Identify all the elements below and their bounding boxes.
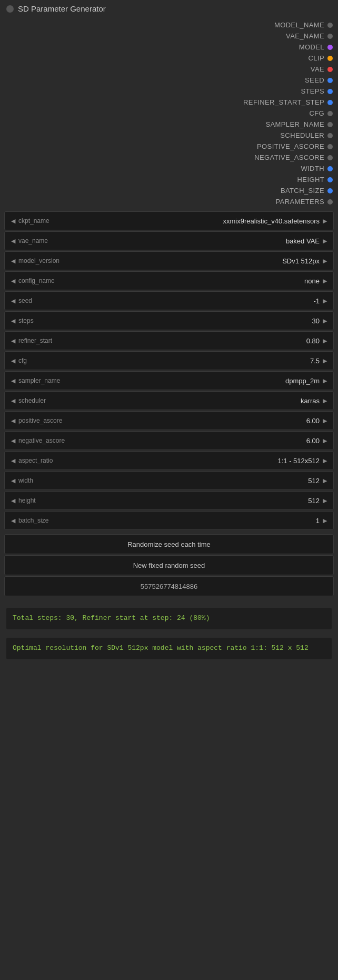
left-arrow-button[interactable]: ◀	[8, 395, 18, 406]
output-label: BATCH_SIZE	[281, 187, 324, 195]
randomize-seed-button[interactable]: Randomize seed each time	[4, 534, 334, 554]
control-row: ◀ckpt_namexxmix9realistic_v40.safetensor…	[4, 211, 334, 230]
output-label: MODEL	[299, 43, 324, 51]
right-arrow-button[interactable]: ▶	[320, 395, 330, 406]
left-arrow-button[interactable]: ◀	[8, 415, 18, 426]
right-arrow-button[interactable]: ▶	[320, 415, 330, 426]
left-arrow-button[interactable]: ◀	[8, 455, 18, 466]
output-connector-dot	[327, 144, 333, 149]
total-steps-info: Total steps: 30, Refiner start at step: …	[6, 608, 332, 629]
control-row: ◀refiner_start0.80▶	[4, 331, 334, 350]
param-value-label: -1	[82, 297, 320, 305]
param-name-label: seed	[18, 297, 82, 304]
left-arrow-button[interactable]: ◀	[8, 275, 18, 287]
output-connector-dot	[327, 78, 333, 83]
output-label: SCHEDULER	[280, 131, 324, 139]
left-arrow-button[interactable]: ◀	[8, 435, 18, 446]
param-name-label: aspect_ratio	[18, 457, 82, 464]
right-arrow-button[interactable]: ▶	[320, 335, 330, 346]
right-arrow-button[interactable]: ▶	[320, 236, 330, 247]
param-value-label: none	[82, 277, 320, 285]
app-title: SD Parameter Generator	[18, 4, 106, 13]
control-row: ◀vae_namebaked VAE▶	[4, 231, 334, 250]
optimal-resolution-info: Optimal resolution for SDv1 512px model …	[6, 638, 332, 659]
param-value-label: 6.00	[82, 437, 320, 445]
control-row: ◀batch_size1▶	[4, 511, 334, 530]
param-value-label: 7.5	[82, 357, 320, 365]
output-label: VAE_NAME	[286, 32, 324, 40]
param-value-label: 6.00	[82, 417, 320, 425]
param-value-label: 1	[82, 517, 320, 525]
control-row: ◀steps30▶	[4, 311, 334, 330]
right-arrow-button[interactable]: ▶	[320, 435, 330, 446]
right-arrow-button[interactable]: ▶	[320, 375, 330, 386]
left-arrow-button[interactable]: ◀	[8, 375, 18, 386]
output-label: CFG	[309, 109, 324, 117]
output-row: SAMPLER_NAME	[0, 119, 338, 130]
left-arrow-button[interactable]: ◀	[8, 236, 18, 247]
param-value-label: 1:1 - 512x512	[82, 457, 320, 465]
param-name-label: positive_ascore	[18, 417, 82, 424]
left-arrow-button[interactable]: ◀	[8, 495, 18, 506]
right-arrow-button[interactable]: ▶	[320, 355, 330, 366]
output-row: STEPS	[0, 86, 338, 97]
left-arrow-button[interactable]: ◀	[8, 256, 18, 267]
right-arrow-button[interactable]: ▶	[320, 475, 330, 486]
output-row: NEGATIVE_ASCORE	[0, 152, 338, 163]
left-arrow-button[interactable]: ◀	[8, 355, 18, 366]
right-arrow-button[interactable]: ▶	[320, 275, 330, 287]
output-row: MODEL_NAME	[0, 19, 338, 30]
info-section: Total steps: 30, Refiner start at step: …	[0, 603, 338, 669]
right-arrow-button[interactable]: ▶	[320, 455, 330, 466]
output-connector-dot	[327, 188, 333, 193]
output-row: PARAMETERS	[0, 196, 338, 207]
param-value-label: xxmix9realistic_v40.safetensors	[82, 217, 320, 225]
output-label: HEIGHT	[297, 176, 324, 183]
right-arrow-button[interactable]: ▶	[320, 515, 330, 526]
left-arrow-button[interactable]: ◀	[8, 295, 18, 307]
param-name-label: negative_ascore	[18, 437, 82, 444]
output-connector-dot	[327, 177, 333, 182]
output-row: POSITIVE_ASCORE	[0, 141, 338, 152]
right-arrow-button[interactable]: ▶	[320, 256, 330, 267]
param-value-label: karras	[82, 397, 320, 405]
param-name-label: refiner_start	[18, 337, 82, 344]
control-row: ◀positive_ascore6.00▶	[4, 411, 334, 430]
param-name-label: scheduler	[18, 397, 82, 404]
param-value-label: 512	[82, 497, 320, 505]
left-arrow-button[interactable]: ◀	[8, 475, 18, 486]
right-arrow-button[interactable]: ▶	[320, 216, 330, 227]
param-value-label: baked VAE	[82, 237, 320, 245]
title-bar: SD Parameter Generator	[0, 0, 338, 17]
control-row: ◀negative_ascore6.00▶	[4, 431, 334, 450]
outputs-section: MODEL_NAMEVAE_NAMEMODELCLIPVAESEEDSTEPSR…	[0, 17, 338, 209]
output-connector-dot	[327, 89, 333, 94]
output-row: WIDTH	[0, 163, 338, 174]
right-arrow-button[interactable]: ▶	[320, 315, 330, 326]
left-arrow-button[interactable]: ◀	[8, 216, 18, 227]
output-label: VAE	[311, 65, 324, 73]
param-name-label: batch_size	[18, 517, 82, 524]
new-fixed-seed-button[interactable]: New fixed random seed	[4, 555, 334, 575]
output-connector-dot	[327, 155, 333, 160]
param-value-label: 30	[82, 317, 320, 325]
output-label: SAMPLER_NAME	[265, 120, 324, 128]
param-name-label: width	[18, 477, 82, 484]
param-name-label: config_name	[18, 277, 82, 284]
param-value-label: SDv1 512px	[82, 257, 320, 265]
right-arrow-button[interactable]: ▶	[320, 495, 330, 506]
control-row: ◀cfg7.5▶	[4, 351, 334, 370]
control-row: ◀config_namenone▶	[4, 271, 334, 290]
left-arrow-button[interactable]: ◀	[8, 515, 18, 526]
output-connector-dot	[327, 122, 333, 127]
output-label: POSITIVE_ASCORE	[257, 142, 324, 150]
control-row: ◀width512▶	[4, 471, 334, 490]
left-arrow-button[interactable]: ◀	[8, 315, 18, 326]
right-arrow-button[interactable]: ▶	[320, 295, 330, 307]
param-name-label: vae_name	[18, 237, 82, 244]
param-name-label: ckpt_name	[18, 217, 82, 224]
param-name-label: sampler_name	[18, 377, 82, 384]
actions-section: Randomize seed each time New fixed rando…	[0, 532, 338, 599]
left-arrow-button[interactable]: ◀	[8, 335, 18, 346]
output-connector-dot	[327, 56, 333, 61]
